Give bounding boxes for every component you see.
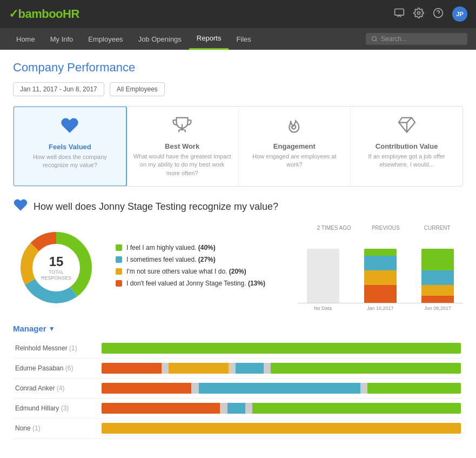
settings-icon[interactable] <box>413 8 424 21</box>
main-content: Company Performance Jan 11, 2017 - Jun 8… <box>0 50 476 458</box>
contribution-desc: If an employee got a job offer elsewhere… <box>357 152 456 169</box>
avatar[interactable]: JP <box>452 6 467 22</box>
nav-files[interactable]: Files <box>229 28 258 50</box>
bar-header-1: 2 TIMES AGO <box>315 225 353 231</box>
nav-employees[interactable]: Employees <box>81 28 130 50</box>
feels-valued-desc: How well does the company recognize my v… <box>21 153 119 170</box>
manager-bar-reinhold <box>99 338 463 359</box>
legend-label-1: I feel I am highly valued. (40%) <box>126 244 216 251</box>
logo-accent: ✓bamboo <box>9 7 63 21</box>
legend-label-3: I'm not sure others value what I do. (20… <box>126 268 246 275</box>
legend-color-green <box>116 244 122 251</box>
manager-section: Manager ▼ Reinhold Messner (1) Edurne Pa… <box>13 324 463 439</box>
bar-jan <box>364 249 397 303</box>
manager-bar-edmund <box>99 399 463 419</box>
bar-chart-labels: No Data Jan 10,2017 Jun 08,2017 <box>298 306 464 311</box>
sb-seg2 <box>227 403 245 414</box>
donut-center: 15 TOTAL RESPONSES <box>35 254 78 281</box>
search-input[interactable] <box>381 35 462 43</box>
bar-nodata <box>307 249 339 303</box>
category-card-engagement[interactable]: Engagement How engaged are employees at … <box>239 107 351 186</box>
manager-table: Reinhold Messner (1) Edurne Pasaban (6) <box>13 338 463 439</box>
help-icon[interactable] <box>433 8 444 21</box>
sb-seg2 <box>199 383 360 394</box>
question-text: How well does Jonny Stage Testing recogn… <box>33 201 278 213</box>
best-work-title: Best Work <box>133 142 232 150</box>
engagement-desc: How engaged are employees at work? <box>245 152 344 169</box>
flame-icon <box>245 115 344 139</box>
category-card-feels-valued[interactable]: Feels Valued How well does the company r… <box>13 106 127 187</box>
bar-header-3: CURRENT <box>418 225 456 231</box>
top-bar-icons: JP <box>394 6 467 22</box>
notifications-icon[interactable] <box>394 8 405 21</box>
svg-point-1 <box>418 11 420 14</box>
date-filter[interactable]: Jan 11, 2017 - Jun 8, 2017 <box>13 82 104 96</box>
manager-caret-icon[interactable]: ▼ <box>49 325 55 333</box>
manager-bar-none <box>99 419 463 439</box>
stacked-bar-none <box>102 423 461 434</box>
manager-bar-edurne <box>99 359 463 379</box>
manager-name-conrad: Conrad Anker (4) <box>13 379 99 399</box>
sb-seg-green <box>102 343 461 354</box>
legend-item-2: I sometimes feel valued. (27%) <box>116 256 281 263</box>
logo: ✓bambooHR <box>9 7 79 21</box>
total-responses-label: TOTAL RESPONSES <box>35 269 78 281</box>
sb-seg1 <box>102 383 191 394</box>
sb-seg1 <box>102 363 162 374</box>
chart-area: 15 TOTAL RESPONSES I feel I am highly va… <box>13 224 463 311</box>
bar-label-jun: Jun 08,2017 <box>412 306 463 311</box>
nav-jobopenings[interactable]: Job Openings <box>131 28 189 50</box>
legend-label-2: I sometimes feel valued. (27%) <box>126 256 216 263</box>
nav-reports[interactable]: Reports <box>189 28 229 50</box>
bar-group-jan <box>355 249 406 303</box>
stacked-bar-reinhold <box>102 343 461 354</box>
chart-legend: I feel I am highly valued. (40%) I somet… <box>116 244 281 291</box>
manager-row-edurne: Edurne Pasaban (6) <box>13 359 463 379</box>
category-card-best-work[interactable]: Best Work What would have the greatest i… <box>126 107 239 186</box>
stacked-bar-conrad <box>102 383 461 394</box>
sb-seg1 <box>102 403 220 414</box>
sb-seg4 <box>271 363 461 374</box>
filters: Jan 11, 2017 - Jun 8, 2017 All Employees <box>13 82 463 96</box>
legend-item-3: I'm not sure others value what I do. (20… <box>116 268 281 275</box>
bar-jan-seg3 <box>364 256 397 270</box>
bar-label-jan: Jan 10,2017 <box>355 306 406 311</box>
svg-line-5 <box>376 40 377 41</box>
nav-items: Home My Info Employees Job Openings Repo… <box>9 28 259 50</box>
manager-header: Manager ▼ <box>13 324 463 333</box>
bar-jun <box>421 249 454 303</box>
stacked-bar-edmund <box>102 403 461 414</box>
manager-row-conrad: Conrad Anker (4) <box>13 379 463 399</box>
bar-chart-headers: 2 TIMES AGO PREVIOUS CURRENT <box>298 225 464 231</box>
group-filter[interactable]: All Employees <box>110 82 165 96</box>
bar-groups <box>298 233 464 303</box>
svg-point-4 <box>372 37 377 41</box>
legend-label-4: I don't feel valued at Jonny Stage Testi… <box>126 280 265 287</box>
page-title: Company Performance <box>13 61 463 75</box>
manager-row-reinhold: Reinhold Messner (1) <box>13 338 463 359</box>
manager-title: Manager <box>13 324 46 333</box>
question-heart-icon <box>13 197 28 216</box>
manager-row-edmund: Edmund Hillary (3) <box>13 399 463 419</box>
bar-jun-seg1 <box>421 296 454 303</box>
sb-seg2 <box>169 363 229 374</box>
legend-color-orange <box>116 268 122 275</box>
manager-name-reinhold: Reinhold Messner (1) <box>13 338 99 359</box>
category-card-contribution[interactable]: Contribution Value If an employee got a … <box>351 107 462 186</box>
stacked-bar-edurne <box>102 363 461 374</box>
best-work-desc: What would have the greatest impact on m… <box>133 152 232 177</box>
bar-header-2: PREVIOUS <box>367 225 405 231</box>
nav-myinfo[interactable]: My Info <box>43 28 81 50</box>
top-bar: ✓bambooHR JP <box>0 0 476 28</box>
nav-home[interactable]: Home <box>9 28 43 50</box>
bar-group-nodata <box>298 249 348 303</box>
manager-name-edmund: Edmund Hillary (3) <box>13 399 99 419</box>
bar-jan-seg4 <box>364 249 397 256</box>
donut-chart: 15 TOTAL RESPONSES <box>13 224 99 311</box>
category-row: Feels Valued How well does the company r… <box>13 106 463 187</box>
manager-name-edurne: Edurne Pasaban (6) <box>13 359 99 379</box>
sb-seg3 <box>252 403 461 414</box>
bar-jun-seg2 <box>421 285 454 296</box>
legend-item-4: I don't feel valued at Jonny Stage Testi… <box>116 280 281 287</box>
diamond-icon <box>357 115 456 139</box>
